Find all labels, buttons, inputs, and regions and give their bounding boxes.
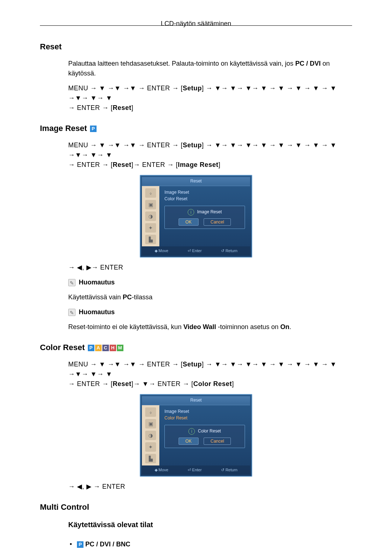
ir-nav-reset: Reset <box>113 161 132 168</box>
cr-nav-setup: Setup <box>183 361 202 368</box>
cr-nav2: → ENTER → <box>68 380 111 387</box>
ir-note1-label: Huomautus <box>79 279 115 286</box>
osd-image-reset: Reset ⬨ ▣ ◑ ✦ ▙ Image Reset Color Reset … <box>140 175 252 258</box>
ir-note2-label: Huomautus <box>79 308 115 316</box>
osd-ir-item2: Color Reset <box>164 196 245 202</box>
ir-nav1: MENU → ▼ →▼ →▼ → ENTER → <box>68 141 181 149</box>
osd-ir-footer: ◆ Move ⏎ Enter ↺ Return <box>142 246 250 255</box>
osd-cr-foot-enter: ⏎ Enter <box>188 468 201 472</box>
note-icon <box>68 309 75 316</box>
ir-note2: Huomautus <box>68 307 352 317</box>
reset-nav-setup: Setup <box>183 85 202 92</box>
osd-icon-sound: ◑ <box>145 212 156 221</box>
osd-ir-dialog-title: Image Reset <box>197 209 222 214</box>
ir-note2-text: Reset-toiminto ei ole käytettävissä, kun… <box>68 322 352 332</box>
section-multi-control-title: Multi Control <box>40 502 352 512</box>
mode-badge-h: H <box>110 345 116 351</box>
mode-item-pc: P PC / DVI / BNC <box>68 536 352 553</box>
reset-nav-reset: Reset <box>113 104 132 111</box>
ir-nav2-cont: → ENTER → <box>134 161 176 168</box>
osd-icon-multi: ▙ <box>145 235 156 244</box>
osd-cr-foot-move: ◆ Move <box>155 468 168 472</box>
section-color-reset-title: Color Reset PACHM <box>40 343 352 352</box>
header-title: LCD-näytön säätäminen <box>40 20 352 28</box>
section-image-reset-title: Image Reset P <box>40 124 352 133</box>
ir-nav-image: Image Reset <box>178 161 219 168</box>
image-reset-nav: MENU → ▼ →▼ →▼ → ENTER → [Setup] → ▼→ ▼→… <box>68 140 352 170</box>
osd-ir-dialog: iImage Reset OK Cancel <box>164 206 245 229</box>
osd-cr-foot-return: ↺ Return <box>221 468 237 472</box>
osd-cr-title: Reset <box>142 396 250 405</box>
osd-icon-picture: ▣ <box>145 200 156 209</box>
osd-color-reset: Reset ⬨ ▣ ◑ ✦ ▙ Image Reset Color Reset … <box>140 394 252 477</box>
osd-icon-picture: ▣ <box>145 419 156 428</box>
osd-ir-item1: Image Reset <box>164 189 245 196</box>
mode-badge-p: P <box>88 345 94 351</box>
cr-nav3: → ◀, ▶ → ENTER <box>68 482 352 492</box>
osd-ir-foot-return: ↺ Return <box>221 249 237 253</box>
ir-nav2: → ENTER → <box>68 161 111 168</box>
osd-icon-setup: ✦ <box>145 442 156 452</box>
mode-item-pc-label: PC / DVI / BNC <box>85 541 130 548</box>
osd-ir-title: Reset <box>142 177 250 186</box>
cr-nav2-cont: → ▼→ ENTER → <box>134 380 191 387</box>
mode-badge-p: P <box>90 126 97 132</box>
ir-nav3: → ◀, ▶→ ENTER <box>68 263 352 272</box>
reset-nav1: MENU → ▼ →▼ →▼ → ENTER → <box>68 85 181 92</box>
reset-nav2: → ENTER → <box>68 104 111 111</box>
osd-ir-foot-enter: ⏎ Enter <box>188 249 201 253</box>
osd-ir-cancel-button[interactable]: Cancel <box>204 218 231 226</box>
color-reset-nav: MENU → ▼ →▼ →▼ → ENTER → [Setup] → ▼→ ▼→… <box>68 360 352 389</box>
section-reset-title: Reset <box>40 42 352 52</box>
ir-nav-setup: Setup <box>183 141 202 149</box>
info-icon: i <box>188 428 195 435</box>
cr-nav1: MENU → ▼ →▼ →▼ → ENTER → <box>68 361 181 368</box>
osd-cr-item2: Color Reset <box>164 415 245 421</box>
ir-note1: Huomautus <box>68 278 352 287</box>
osd-cr-dialog-title: Color Reset <box>198 428 221 434</box>
mode-badge-a: A <box>95 345 102 351</box>
image-reset-label: Image Reset <box>40 124 87 133</box>
color-reset-label: Color Reset <box>40 343 85 352</box>
osd-cr-cancel-button[interactable]: Cancel <box>204 438 231 445</box>
osd-icon-multi: ▙ <box>145 454 156 463</box>
osd-cr-iconcol: ⬨ ▣ ◑ ✦ ▙ <box>142 405 159 465</box>
multi-control-subtitle: Käytettävissä olevat tilat <box>68 519 352 530</box>
osd-cr-ok-button[interactable]: OK <box>179 438 199 445</box>
mode-badge-c: C <box>102 345 109 351</box>
osd-icon-sound: ◑ <box>145 431 156 440</box>
mode-badge-p: P <box>77 541 83 548</box>
osd-icon-setup: ✦ <box>145 223 156 233</box>
osd-icon-input: ⬨ <box>145 407 156 417</box>
cr-nav-reset: Reset <box>113 380 132 387</box>
info-icon: i <box>188 209 194 216</box>
multi-control-modes-list: P PC / DVI / BNC A AV C Component <box>68 536 352 554</box>
note-icon <box>68 279 75 286</box>
reset-desc-pre: Palauttaa laitteen tehdasasetukset. Pala… <box>68 60 295 67</box>
reset-desc-bold: PC / DVI <box>295 60 320 67</box>
osd-ir-iconcol: ⬨ ▣ ◑ ✦ ▙ <box>142 186 159 246</box>
reset-description: Palauttaa laitteen tehdasasetukset. Pala… <box>68 59 352 78</box>
osd-ir-foot-move: ◆ Move <box>155 249 168 253</box>
osd-cr-item1: Image Reset <box>164 408 245 415</box>
osd-cr-footer: ◆ Move ⏎ Enter ↺ Return <box>142 465 250 475</box>
reset-nav: MENU → ▼ →▼ →▼ → ENTER → [Setup] → ▼→ ▼→… <box>68 83 352 113</box>
mode-badge-m: M <box>117 345 123 351</box>
ir-note1-text: Käytettävissä vain PC-tilassa <box>68 292 352 302</box>
osd-ir-ok-button[interactable]: OK <box>179 218 199 226</box>
osd-icon-input: ⬨ <box>145 188 156 198</box>
cr-nav-color: Color Reset <box>193 380 232 387</box>
osd-cr-dialog: iColor Reset OK Cancel <box>164 425 245 448</box>
